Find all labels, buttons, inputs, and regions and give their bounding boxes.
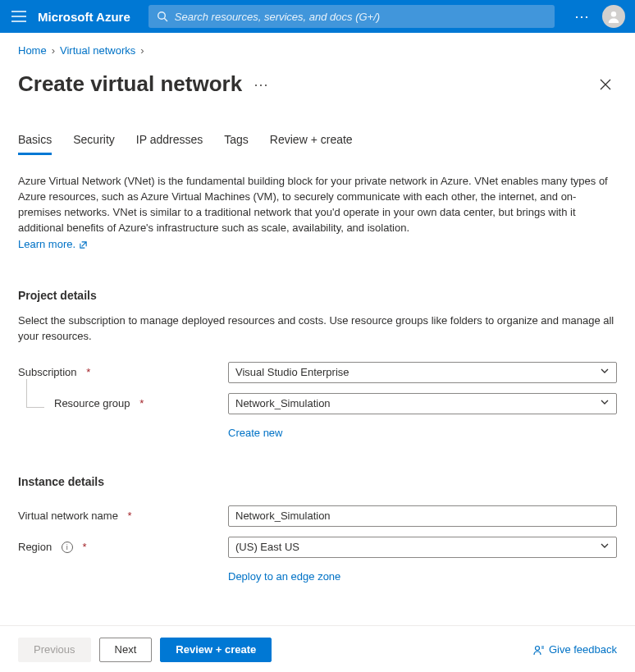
chevron-down-icon [600, 366, 610, 378]
page-content: Home › Virtual networks › Create virtual… [0, 33, 635, 583]
subscription-label: Subscription * [18, 366, 228, 378]
more-actions-icon[interactable]: ⋯ [574, 7, 591, 25]
vnet-name-label: Virtual network name * [18, 510, 228, 522]
chevron-down-icon [600, 397, 610, 409]
intro-block: Azure Virtual Network (VNet) is the fund… [18, 174, 617, 253]
chevron-down-icon [600, 541, 610, 553]
resource-group-value: Network_Simulation [235, 397, 331, 409]
breadcrumb: Home › Virtual networks › [18, 44, 617, 57]
top-bar: Microsoft Azure Search resources, servic… [0, 0, 635, 33]
tab-basics[interactable]: Basics [18, 133, 52, 155]
footer-bar: Previous Next Review + create Give feedb… [0, 626, 635, 672]
deploy-edge-zone-link[interactable]: Deploy to an edge zone [228, 570, 340, 583]
vnet-name-input[interactable]: Network_Simulation [228, 505, 617, 527]
svg-point-2 [611, 11, 616, 16]
region-dropdown[interactable]: (US) East US [228, 537, 617, 558]
close-button[interactable] [594, 73, 617, 96]
tabs: Basics Security IP addresses Tags Review… [18, 133, 617, 156]
global-search-input[interactable]: Search resources, services, and docs (G+… [148, 5, 555, 28]
info-icon[interactable]: i [62, 542, 73, 553]
feedback-label: Give feedback [549, 643, 617, 656]
menu-toggle[interactable] [10, 7, 28, 25]
previous-button: Previous [18, 638, 91, 662]
user-avatar[interactable] [602, 5, 625, 28]
tab-security[interactable]: Security [73, 133, 115, 155]
learn-more-label: Learn more. [18, 237, 75, 253]
breadcrumb-vnets[interactable]: Virtual networks [60, 44, 135, 57]
resource-group-dropdown[interactable]: Network_Simulation [228, 393, 617, 414]
search-icon [157, 11, 168, 22]
resource-group-label: Resource group * [18, 397, 228, 409]
project-details-text: Select the subscription to manage deploy… [18, 313, 617, 345]
project-details-heading: Project details [18, 289, 617, 302]
vnet-name-value: Network_Simulation [235, 510, 331, 522]
review-create-button[interactable]: Review + create [160, 638, 272, 662]
breadcrumb-home[interactable]: Home [18, 44, 47, 57]
svg-point-3 [535, 646, 539, 650]
tab-tags[interactable]: Tags [224, 133, 249, 155]
subscription-dropdown[interactable]: Visual Studio Enterprise [228, 362, 617, 383]
chevron-right-icon: › [140, 44, 144, 57]
feedback-icon [533, 644, 545, 656]
external-link-icon [79, 240, 88, 249]
page-title: Create virtual network [18, 71, 242, 97]
next-button[interactable]: Next [99, 638, 153, 662]
svg-point-0 [158, 12, 165, 20]
svg-line-1 [164, 18, 167, 21]
learn-more-link[interactable]: Learn more. [18, 237, 88, 253]
region-label: Region i * [18, 541, 228, 553]
give-feedback-link[interactable]: Give feedback [533, 643, 617, 656]
search-placeholder: Search resources, services, and docs (G+… [175, 11, 380, 23]
tab-review-create[interactable]: Review + create [270, 133, 353, 155]
instance-details-heading: Instance details [18, 475, 617, 488]
chevron-right-icon: › [52, 44, 55, 57]
region-value: (US) East US [235, 541, 299, 553]
tab-ip-addresses[interactable]: IP addresses [136, 133, 203, 155]
title-row: Create virtual network ⋯ [18, 71, 617, 97]
subscription-value: Visual Studio Enterprise [235, 366, 349, 378]
brand-label: Microsoft Azure [38, 10, 130, 24]
intro-text: Azure Virtual Network (VNet) is the fund… [18, 175, 608, 234]
page-more-icon[interactable]: ⋯ [254, 75, 270, 94]
create-new-rg-link[interactable]: Create new [228, 427, 282, 439]
